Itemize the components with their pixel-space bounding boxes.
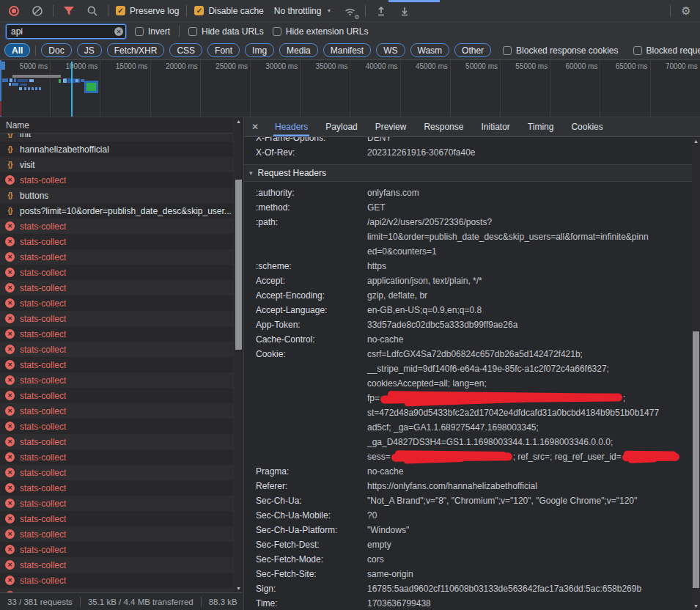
header-value: cors bbox=[367, 552, 692, 567]
request-row[interactable]: ✕stats-collect bbox=[0, 449, 233, 465]
header-name: X-Of-Rev: bbox=[244, 145, 367, 160]
tab-initiator[interactable]: Initiator bbox=[479, 117, 511, 136]
request-row[interactable]: {}buttons bbox=[0, 188, 233, 203]
request-row[interactable]: ✕stats-collect bbox=[0, 311, 233, 326]
request-row[interactable]: ✕stats-collect bbox=[0, 403, 233, 419]
request-row[interactable]: ✕stats-collect bbox=[0, 557, 233, 573]
request-headers-section-header[interactable]: ▾ Request Headers bbox=[244, 164, 692, 182]
tab-cookies[interactable]: Cookies bbox=[570, 117, 604, 136]
gear-icon: ⚙ bbox=[354, 14, 359, 21]
separator bbox=[179, 26, 180, 37]
scrollbar-thumb[interactable] bbox=[235, 180, 242, 350]
filter-chip-media[interactable]: Media bbox=[279, 43, 318, 57]
request-row[interactable]: ✕stats-collect bbox=[0, 172, 233, 188]
filter-chip-fetch-xhr[interactable]: Fetch/XHR bbox=[107, 43, 165, 57]
hide-data-urls-checkbox[interactable]: Hide data URLs bbox=[188, 26, 264, 37]
request-row[interactable]: ✕stats-collect bbox=[0, 388, 233, 403]
filter-button[interactable] bbox=[61, 3, 77, 19]
disable-cache-checkbox[interactable]: ✓ Disable cache bbox=[194, 6, 263, 16]
filter-chip-other[interactable]: Other bbox=[454, 43, 491, 57]
request-row[interactable]: ✕stats-collect bbox=[0, 326, 233, 342]
record-button[interactable] bbox=[6, 3, 22, 19]
request-name: stats-collect bbox=[20, 406, 66, 416]
filter-bar: ✕ Invert Hide data URLs Hide extension U… bbox=[0, 22, 700, 41]
tab-payload[interactable]: Payload bbox=[324, 117, 358, 136]
clear-button[interactable] bbox=[29, 3, 45, 19]
filter-chip-ws[interactable]: WS bbox=[376, 43, 405, 57]
import-har-button[interactable] bbox=[373, 3, 389, 19]
header-value-line: sess=; ref_src=; reg_ref_user_id= bbox=[367, 449, 692, 464]
request-row[interactable]: ✕stats-collect bbox=[0, 434, 233, 449]
hide-extension-urls-checkbox[interactable]: Hide extension URLs bbox=[273, 26, 369, 37]
scroll-down-icon[interactable]: ▼ bbox=[692, 602, 700, 610]
invert-checkbox[interactable]: Invert bbox=[135, 26, 170, 37]
header-value-line: no-cache bbox=[367, 464, 692, 479]
network-overview[interactable]: 5000 ms10000 ms15000 ms20000 ms25000 ms3… bbox=[0, 60, 700, 117]
clear-input-icon[interactable]: ✕ bbox=[114, 27, 123, 36]
request-row[interactable]: ✕stats-collect bbox=[0, 342, 233, 357]
checkbox-blocked-requests[interactable]: Blocked requests bbox=[633, 45, 700, 56]
filter-chip-doc[interactable]: Doc bbox=[41, 43, 71, 57]
filter-chip-img[interactable]: Img bbox=[245, 43, 274, 57]
request-row[interactable]: {}hannahelizabethofficial bbox=[0, 142, 233, 157]
request-row[interactable]: ✕stats-collect bbox=[0, 218, 233, 234]
header-value-line: onlyfans.com bbox=[367, 185, 692, 200]
throttling-select[interactable]: No throttling ▼ bbox=[271, 6, 335, 16]
request-row[interactable]: {}visit bbox=[0, 157, 233, 172]
scrollbar-thumb[interactable] bbox=[693, 331, 699, 588]
header-row: :method:GET bbox=[244, 200, 692, 215]
request-row[interactable]: {}init bbox=[0, 133, 233, 142]
request-row[interactable]: ✕stats-collect bbox=[0, 234, 233, 249]
tab-timing[interactable]: Timing bbox=[526, 117, 556, 136]
name-column-header[interactable]: Name bbox=[0, 117, 233, 133]
export-har-button[interactable] bbox=[397, 3, 413, 19]
request-row[interactable]: ✕stats-collect bbox=[0, 357, 233, 372]
request-row[interactable]: ✕stats-collect bbox=[0, 480, 233, 496]
scroll-up-icon[interactable]: ▲ bbox=[234, 117, 243, 125]
header-name: Accept: bbox=[244, 273, 367, 288]
filter-chip-manifest[interactable]: Manifest bbox=[323, 43, 371, 57]
filter-input[interactable] bbox=[6, 24, 126, 39]
preserve-log-checkbox[interactable]: ✓ Preserve log bbox=[116, 6, 179, 16]
request-row[interactable]: ✕stats-collect bbox=[0, 526, 233, 542]
settings-button[interactable]: ⚙ bbox=[678, 3, 694, 19]
request-row[interactable]: ✕stats-collect bbox=[0, 573, 233, 588]
header-value-line: cookiesAccepted=all; lang=en; bbox=[367, 376, 692, 391]
request-name: hannahelizabethofficial bbox=[20, 144, 109, 155]
request-row[interactable]: ✕stats-collect bbox=[0, 249, 233, 265]
network-conditions-button[interactable]: ⚙ bbox=[342, 3, 358, 19]
filter-chip-css[interactable]: CSS bbox=[169, 43, 202, 57]
request-row[interactable]: ✕stats-collect bbox=[0, 295, 233, 311]
header-value: 33d57ade8c02dbc5a333db99ff9ae26a bbox=[367, 317, 692, 332]
request-row[interactable]: ✕stats-collect bbox=[0, 542, 233, 557]
scroll-down-icon[interactable]: ▼ bbox=[234, 584, 243, 592]
header-name: X-Frame-Options: bbox=[244, 137, 367, 145]
request-row[interactable]: ✕stats-collect bbox=[0, 280, 233, 295]
tab-response[interactable]: Response bbox=[422, 117, 465, 136]
request-row[interactable]: {}posts?limit=10&order=publish_date_desc… bbox=[0, 203, 233, 218]
filter-chip-font[interactable]: Font bbox=[207, 43, 240, 57]
tab-headers[interactable]: Headers bbox=[273, 117, 309, 136]
filter-chip-wasm[interactable]: Wasm bbox=[410, 43, 450, 57]
main-toolbar: ✓ Preserve log ✓ Disable cache No thrott… bbox=[0, 0, 700, 22]
filter-chip-js[interactable]: JS bbox=[77, 43, 102, 57]
scroll-up-icon[interactable]: ▲ bbox=[692, 137, 700, 145]
details-scrollbar[interactable]: ▲ ▼ bbox=[692, 137, 700, 610]
header-value-line: __stripe_mid=9df140f6-e64a-419e-85fc-a1c… bbox=[367, 361, 692, 376]
filter-chip-all[interactable]: All bbox=[4, 43, 30, 57]
search-button[interactable] bbox=[84, 3, 100, 19]
header-row: Sec-Fetch-Mode:cors bbox=[244, 552, 692, 567]
request-row[interactable]: ✕stats-collect bbox=[0, 511, 233, 526]
request-row[interactable]: ✕stats-collect bbox=[0, 496, 233, 511]
tab-preview[interactable]: Preview bbox=[374, 117, 408, 136]
request-row[interactable]: ✕stats-collect bbox=[0, 372, 233, 388]
checkbox-blocked-response-cookies[interactable]: Blocked response cookies bbox=[503, 45, 618, 56]
request-row[interactable]: ✕stats-collect bbox=[0, 265, 233, 280]
request-row[interactable]: ✕stats-collect bbox=[0, 419, 233, 434]
close-details-button[interactable]: ✕ bbox=[244, 117, 266, 136]
request-row[interactable]: ✕stats-collect bbox=[0, 465, 233, 480]
requests-scrollbar[interactable]: ▲ ▼ bbox=[233, 117, 243, 592]
header-value: ?0 bbox=[367, 508, 692, 523]
header-value-line: https bbox=[367, 259, 692, 273]
header-name: Cookie: bbox=[244, 347, 367, 464]
